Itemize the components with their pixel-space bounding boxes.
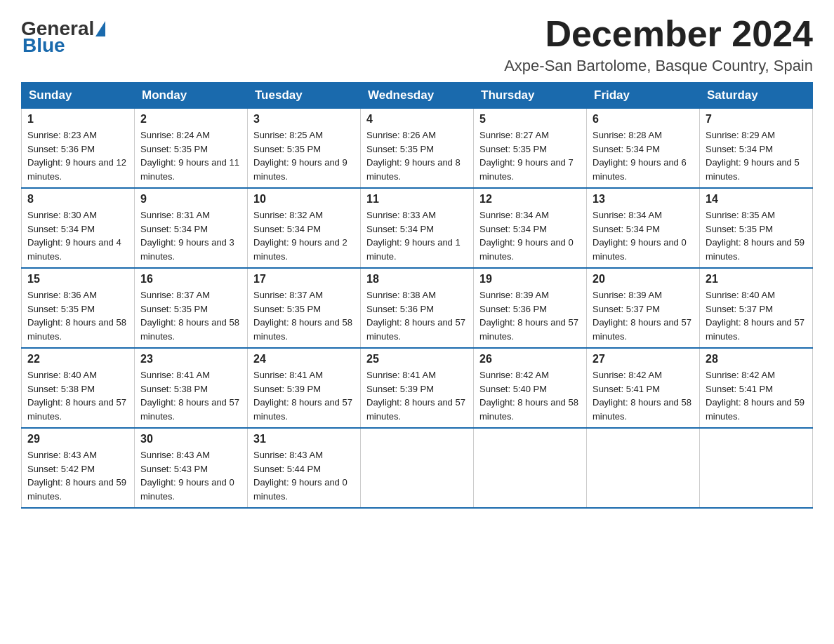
day-number: 2	[140, 113, 241, 126]
day-cell: 18 Sunrise: 8:38 AMSunset: 5:36 PMDaylig…	[361, 268, 474, 348]
day-info: Sunrise: 8:43 AMSunset: 5:44 PMDaylight:…	[253, 450, 348, 502]
day-cell	[700, 428, 813, 508]
day-number: 29	[27, 433, 128, 445]
day-number: 5	[479, 113, 581, 126]
day-number: 6	[593, 113, 694, 126]
day-info: Sunrise: 8:25 AMSunset: 5:35 PMDaylight:…	[253, 130, 348, 182]
day-cell: 15 Sunrise: 8:36 AMSunset: 5:35 PMDaylig…	[22, 268, 135, 348]
col-friday: Friday	[587, 83, 700, 109]
day-info: Sunrise: 8:41 AMSunset: 5:38 PMDaylight:…	[140, 370, 239, 422]
day-number: 8	[27, 193, 128, 206]
day-info: Sunrise: 8:37 AMSunset: 5:35 PMDaylight:…	[253, 290, 352, 342]
day-cell	[474, 428, 587, 508]
week-row-4: 22 Sunrise: 8:40 AMSunset: 5:38 PMDaylig…	[22, 348, 813, 428]
day-cell: 4 Sunrise: 8:26 AMSunset: 5:35 PMDayligh…	[361, 109, 474, 189]
day-number: 9	[140, 193, 241, 206]
day-number: 27	[593, 353, 694, 365]
day-number: 1	[27, 113, 128, 126]
day-info: Sunrise: 8:32 AMSunset: 5:34 PMDaylight:…	[253, 210, 348, 262]
day-cell: 27 Sunrise: 8:42 AMSunset: 5:41 PMDaylig…	[587, 348, 700, 428]
day-cell: 28 Sunrise: 8:42 AMSunset: 5:41 PMDaylig…	[700, 348, 813, 428]
day-cell: 3 Sunrise: 8:25 AMSunset: 5:35 PMDayligh…	[248, 109, 361, 189]
day-info: Sunrise: 8:42 AMSunset: 5:41 PMDaylight:…	[593, 370, 691, 422]
day-number: 18	[366, 273, 468, 286]
day-number: 13	[593, 193, 694, 206]
day-info: Sunrise: 8:39 AMSunset: 5:37 PMDaylight:…	[593, 290, 691, 342]
day-info: Sunrise: 8:38 AMSunset: 5:36 PMDaylight:…	[366, 290, 465, 342]
col-wednesday: Wednesday	[361, 83, 474, 109]
day-number: 7	[706, 113, 807, 126]
location-title: Axpe-San Bartolome, Basque Country, Spai…	[504, 57, 813, 75]
day-cell: 20 Sunrise: 8:39 AMSunset: 5:37 PMDaylig…	[587, 268, 700, 348]
day-info: Sunrise: 8:39 AMSunset: 5:36 PMDaylight:…	[479, 290, 578, 342]
col-thursday: Thursday	[474, 83, 587, 109]
month-title: December 2024	[504, 14, 813, 54]
day-cell: 6 Sunrise: 8:28 AMSunset: 5:34 PMDayligh…	[587, 109, 700, 189]
col-monday: Monday	[135, 83, 248, 109]
day-number: 17	[253, 273, 355, 286]
day-cell: 14 Sunrise: 8:35 AMSunset: 5:35 PMDaylig…	[700, 188, 813, 268]
week-row-3: 15 Sunrise: 8:36 AMSunset: 5:35 PMDaylig…	[22, 268, 813, 348]
day-cell: 19 Sunrise: 8:39 AMSunset: 5:36 PMDaylig…	[474, 268, 587, 348]
page-header: General Blue December 2024 Axpe-San Bart…	[21, 14, 813, 75]
day-info: Sunrise: 8:35 AMSunset: 5:35 PMDaylight:…	[706, 210, 805, 262]
day-number: 19	[479, 273, 581, 286]
day-info: Sunrise: 8:31 AMSunset: 5:34 PMDaylight:…	[140, 210, 234, 262]
day-info: Sunrise: 8:36 AMSunset: 5:35 PMDaylight:…	[27, 290, 126, 342]
day-cell	[587, 428, 700, 508]
day-cell: 25 Sunrise: 8:41 AMSunset: 5:39 PMDaylig…	[361, 348, 474, 428]
day-info: Sunrise: 8:41 AMSunset: 5:39 PMDaylight:…	[366, 370, 465, 422]
week-row-5: 29 Sunrise: 8:43 AMSunset: 5:42 PMDaylig…	[22, 428, 813, 508]
day-info: Sunrise: 8:42 AMSunset: 5:41 PMDaylight:…	[706, 370, 805, 422]
day-number: 23	[140, 353, 241, 365]
day-cell: 7 Sunrise: 8:29 AMSunset: 5:34 PMDayligh…	[700, 109, 813, 189]
day-cell: 11 Sunrise: 8:33 AMSunset: 5:34 PMDaylig…	[361, 188, 474, 268]
day-cell: 26 Sunrise: 8:42 AMSunset: 5:40 PMDaylig…	[474, 348, 587, 428]
day-number: 16	[140, 273, 241, 286]
day-cell: 23 Sunrise: 8:41 AMSunset: 5:38 PMDaylig…	[135, 348, 248, 428]
day-info: Sunrise: 8:24 AMSunset: 5:35 PMDaylight:…	[140, 130, 239, 182]
day-number: 12	[479, 193, 581, 206]
day-info: Sunrise: 8:43 AMSunset: 5:43 PMDaylight:…	[140, 450, 234, 502]
day-cell: 24 Sunrise: 8:41 AMSunset: 5:39 PMDaylig…	[248, 348, 361, 428]
day-number: 25	[366, 353, 468, 365]
day-cell: 13 Sunrise: 8:34 AMSunset: 5:34 PMDaylig…	[587, 188, 700, 268]
logo: General Blue	[21, 14, 107, 57]
day-number: 11	[366, 193, 468, 206]
day-cell: 30 Sunrise: 8:43 AMSunset: 5:43 PMDaylig…	[135, 428, 248, 508]
day-number: 26	[479, 353, 581, 365]
day-cell: 2 Sunrise: 8:24 AMSunset: 5:35 PMDayligh…	[135, 109, 248, 189]
day-number: 10	[253, 193, 355, 206]
col-sunday: Sunday	[22, 83, 135, 109]
day-number: 28	[706, 353, 807, 365]
day-info: Sunrise: 8:28 AMSunset: 5:34 PMDaylight:…	[593, 130, 687, 182]
day-number: 14	[706, 193, 807, 206]
day-number: 15	[27, 273, 128, 286]
week-row-2: 8 Sunrise: 8:30 AMSunset: 5:34 PMDayligh…	[22, 188, 813, 268]
day-number: 30	[140, 433, 241, 445]
day-info: Sunrise: 8:37 AMSunset: 5:35 PMDaylight:…	[140, 290, 239, 342]
day-info: Sunrise: 8:30 AMSunset: 5:34 PMDaylight:…	[27, 210, 121, 262]
day-cell: 29 Sunrise: 8:43 AMSunset: 5:42 PMDaylig…	[22, 428, 135, 508]
day-info: Sunrise: 8:27 AMSunset: 5:35 PMDaylight:…	[479, 130, 574, 182]
day-cell: 21 Sunrise: 8:40 AMSunset: 5:37 PMDaylig…	[700, 268, 813, 348]
calendar-header-row: Sunday Monday Tuesday Wednesday Thursday…	[22, 83, 813, 109]
day-cell: 12 Sunrise: 8:34 AMSunset: 5:34 PMDaylig…	[474, 188, 587, 268]
day-info: Sunrise: 8:42 AMSunset: 5:40 PMDaylight:…	[479, 370, 578, 422]
day-cell: 8 Sunrise: 8:30 AMSunset: 5:34 PMDayligh…	[22, 188, 135, 268]
day-cell: 1 Sunrise: 8:23 AMSunset: 5:36 PMDayligh…	[22, 109, 135, 189]
day-info: Sunrise: 8:34 AMSunset: 5:34 PMDaylight:…	[593, 210, 687, 262]
day-info: Sunrise: 8:33 AMSunset: 5:34 PMDaylight:…	[366, 210, 461, 262]
day-number: 21	[706, 273, 807, 286]
day-number: 22	[27, 353, 128, 365]
logo-triangle-icon	[95, 21, 105, 36]
calendar-table: Sunday Monday Tuesday Wednesday Thursday…	[21, 82, 813, 509]
day-number: 24	[253, 353, 355, 365]
day-cell: 31 Sunrise: 8:43 AMSunset: 5:44 PMDaylig…	[248, 428, 361, 508]
day-cell: 22 Sunrise: 8:40 AMSunset: 5:38 PMDaylig…	[22, 348, 135, 428]
day-cell	[361, 428, 474, 508]
day-number: 31	[253, 433, 355, 445]
day-info: Sunrise: 8:40 AMSunset: 5:37 PMDaylight:…	[706, 290, 805, 342]
day-info: Sunrise: 8:40 AMSunset: 5:38 PMDaylight:…	[27, 370, 126, 422]
day-info: Sunrise: 8:26 AMSunset: 5:35 PMDaylight:…	[366, 130, 461, 182]
